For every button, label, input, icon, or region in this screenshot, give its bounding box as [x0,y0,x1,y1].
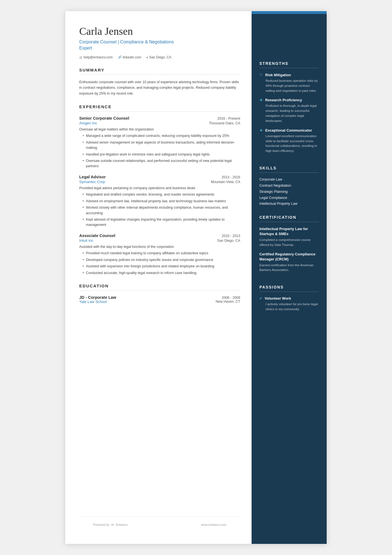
cert-item-2: Certified Regulatory Compliance Manager … [259,252,319,273]
job-bullets-3: Provided much needed legal training to c… [79,251,240,276]
cert-title-2: Certified Regulatory Compliance Manager … [259,252,319,262]
bullet: Worked closely with other internal depar… [83,205,240,216]
job-dates-1: 2016 - Present [217,117,240,120]
skill-dot: · [292,183,293,188]
job-location-2: Mountain View, CA [211,180,240,184]
job-dates-2: 2013 - 2016 [222,175,240,179]
cert-title-1: Intellectual Property Law for Startups &… [259,226,319,236]
passion-title-1: Volunteer Work [265,296,291,300]
linkedin-contact: 🔗 linkedin.com [118,55,142,59]
skills-section: SKILLS Corporate Law · Contract Negotiat… [259,166,319,207]
passion-desc-1: I actively volunteer for pro bono legal … [259,302,319,312]
job-entry-1: Senior Corporate Counsel 2016 - Present … [79,116,240,169]
email-icon: @ [79,56,82,59]
passions-title: PASSIONS [259,285,319,289]
summary-text: Enthusiastic corporate counsel with over… [79,79,240,97]
bullet: Provided much needed legal training to c… [83,251,240,256]
skill-dot: · [289,189,290,194]
candidate-name: Carla Jensen [79,25,240,37]
skill-item-3: Strategic Planning · [259,189,319,194]
page: Carla Jensen Corporate Counsel | Complia… [0,0,392,555]
strength-desc-1: Reduced business operation risks by 40% … [259,78,319,93]
job-header-2: Legal Advisor 2013 - 2016 [79,175,240,179]
resume: Carla Jensen Corporate Counsel | Complia… [65,11,327,544]
job-bullets-2: Negotiated and drafted complex vendor, l… [79,192,240,228]
skills-title: SKILLS [259,166,319,170]
experience-section: EXPERIENCE Senior Corporate Counsel 2016… [79,104,240,276]
bullet: Advised senior management on legal aspec… [83,140,240,151]
bullet: Developed company policies on industry-s… [83,257,240,263]
job-header-1: Senior Corporate Counsel 2016 - Present [79,116,240,120]
edu-school: Yale Law School [79,300,107,304]
strength-item-1: ⚐ Risk Mitigation Reduced business opera… [259,73,319,93]
experience-divider [79,111,240,112]
bullet: Managed a wide range of complicated cont… [83,133,240,139]
certification-title: CERTIFICATION [259,215,319,219]
email-contact: @ help@enhancv.com [79,55,113,59]
passions-section: PASSIONS ✔ Volunteer Work I actively vol… [259,285,319,315]
location-icon: ● [146,56,148,59]
cert-desc-2: Earned certification from the American B… [259,263,319,273]
brand-logo-icon: ∞ [111,522,114,527]
star-icon-2: ★ [259,128,263,133]
footer-url: www.enhancv.com [201,523,226,526]
job-entry-2: Legal Advisor 2013 - 2016 Symantec Corp … [79,175,240,228]
edu-degree: JD - Corporate Law [79,295,116,300]
strength-item-2: ★ Research Proficiency Proficient in tho… [259,98,319,123]
certification-section: CERTIFICATION Intellectual Property Law … [259,215,319,277]
strengths-section: STRENGTHS ⚐ Risk Mitigation Reduced busi… [259,61,319,158]
job-company-row-1: Amgen Inc Thousand Oaks, CA [79,121,240,125]
skill-item-5: Intellectual Property Law [259,202,319,206]
bullet: Conducted accurate, high-quality legal r… [83,270,240,276]
strength-title-2: Research Proficiency [265,98,302,102]
education-divider [79,290,240,291]
strength-header-1: ⚐ Risk Mitigation [259,73,319,77]
job-location-1: Thousand Oaks, CA [209,121,240,125]
strength-title-1: Risk Mitigation [265,73,291,77]
resume-header: Carla Jensen Corporate Counsel | Complia… [79,25,240,59]
strength-title-3: Exceptional Communicator [265,128,312,132]
job-company-2: Symantec Corp [79,180,105,184]
job-title-1: Senior Corporate Counsel [79,116,129,120]
page-footer: Powered by ∞ Enhancv www.enhancv.com [79,516,240,533]
bullet: Assisted with expansion into foreign jur… [83,264,240,269]
summary-section: SUMMARY Enthusiastic corporate counsel w… [79,68,240,97]
cert-desc-1: Completed a comprehensive course offered… [259,238,319,247]
skill-item-1: Corporate Law · [259,177,319,182]
education-entry-1: JD - Corporate Law 2006 - 2009 Yale Law … [79,295,240,304]
job-company-row-2: Symantec Corp Mountain View, CA [79,180,240,184]
edu-degree-row: JD - Corporate Law 2006 - 2009 [79,295,240,300]
summary-divider [79,75,240,75]
job-bullets-1: Managed a wide range of complicated cont… [79,133,240,169]
job-title-2: Legal Advisor [79,175,106,179]
edu-year: 2006 - 2009 [222,296,240,300]
certification-divider [259,222,319,222]
check-icon: ✔ [259,296,262,301]
flag-icon: ⚐ [259,73,263,77]
location-contact: ● San Diego, CA [146,55,171,59]
job-dates-3: 2010 - 2013 [222,234,240,238]
contact-row: @ help@enhancv.com 🔗 linkedin.com ● San … [79,55,240,59]
bullet: Handled pre-litigation work to minimize … [83,152,240,157]
bullet: Advised on employment law, intellectual … [83,199,240,204]
skill-item-4: Legal Compliance · [259,196,319,200]
right-column: STRENGTHS ⚐ Risk Mitigation Reduced busi… [252,11,327,544]
summary-title: SUMMARY [79,68,240,72]
education-title: EDUCATION [79,283,240,288]
job-company-1: Amgen Inc [79,121,97,125]
experience-title: EXPERIENCE [79,104,240,109]
job-company-row-3: Intuit Inc San Diego, CA [79,238,240,243]
job-company-3: Intuit Inc [79,238,93,243]
left-column: Carla Jensen Corporate Counsel | Complia… [65,11,252,544]
strength-header-3: ★ Exceptional Communicator [259,128,319,133]
edu-school-row: Yale Law School New Haven, CT [79,300,240,304]
job-desc-2: Provided legal advice pertaining to comp… [79,186,240,191]
skill-item-2: Contract Negotiation · [259,183,319,188]
powered-by: Powered by ∞ Enhancv [93,522,128,527]
passions-divider [259,292,319,292]
job-desc-1: Oversaw all legal matters within the org… [79,127,240,132]
strength-item-3: ★ Exceptional Communicator Leveraged exc… [259,128,319,154]
skills-divider [259,172,319,173]
link-icon: 🔗 [118,55,122,59]
strengths-title: STRENGTHS [259,61,319,66]
